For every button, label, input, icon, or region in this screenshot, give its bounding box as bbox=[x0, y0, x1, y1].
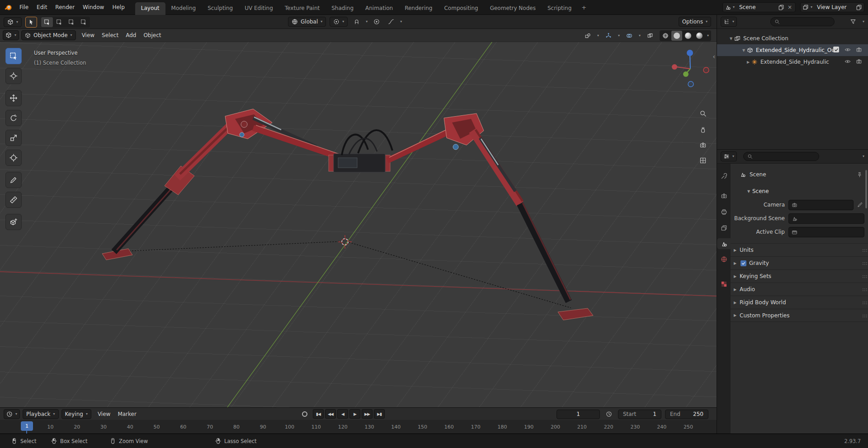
tool-measure[interactable] bbox=[5, 192, 22, 208]
current-frame-field[interactable]: 1 bbox=[557, 410, 600, 419]
panel-keying-sets[interactable]: ▶ Keying Sets bbox=[731, 269, 868, 283]
gizmo-z-axis[interactable] bbox=[687, 50, 693, 56]
tool-rotate[interactable] bbox=[5, 110, 22, 126]
active-tool-indicator[interactable] bbox=[25, 17, 37, 28]
viewport-menu-item[interactable]: Select bbox=[98, 30, 122, 40]
tab-world[interactable] bbox=[717, 254, 730, 264]
eyedropper-button[interactable] bbox=[857, 202, 863, 207]
shading-caret[interactable]: ▾ bbox=[705, 34, 711, 38]
end-frame-field[interactable]: End 250 bbox=[665, 410, 708, 419]
tool-move[interactable] bbox=[5, 90, 22, 106]
properties-scrollbar[interactable] bbox=[865, 170, 867, 208]
keying-dropdown[interactable]: Keying ▾ bbox=[61, 409, 91, 419]
gizmo-x-neg-axis[interactable] bbox=[703, 67, 709, 73]
pin-button[interactable] bbox=[857, 172, 863, 178]
drag-grip-icon[interactable] bbox=[863, 275, 863, 276]
transport-button[interactable]: ▮◀ bbox=[313, 409, 324, 419]
panel-rigid-body-world[interactable]: ▶ Rigid Body World bbox=[731, 296, 868, 309]
active-clip-field[interactable] bbox=[788, 227, 864, 237]
app-menu-item[interactable]: Window bbox=[79, 2, 108, 12]
workspace-tab[interactable]: Animation bbox=[359, 2, 399, 15]
workspace-tab[interactable]: Scripting bbox=[542, 2, 577, 15]
snap-toggle-button[interactable] bbox=[351, 17, 362, 27]
expand-icon[interactable]: ▼ bbox=[741, 48, 747, 52]
transport-button[interactable]: ◀ bbox=[337, 409, 348, 419]
visibility-caret[interactable]: ▾ bbox=[597, 34, 599, 38]
tab-output[interactable] bbox=[717, 206, 730, 217]
workspace-tab[interactable]: UV Editing bbox=[239, 2, 279, 15]
snap-options-caret[interactable]: ▾ bbox=[366, 20, 368, 24]
select-mode-subtract[interactable] bbox=[66, 17, 77, 27]
pan-gizmo-button[interactable] bbox=[699, 126, 707, 133]
hide-in-viewport-toggle[interactable] bbox=[844, 47, 851, 53]
mode-dropdown[interactable]: Object Mode ▾ bbox=[21, 30, 76, 40]
outliner-header-caret[interactable]: ▾ bbox=[863, 20, 864, 24]
scene-name-field[interactable]: Scene bbox=[736, 4, 776, 10]
app-menu-item[interactable]: File bbox=[15, 2, 33, 12]
viewport-editor-type-selector[interactable]: ▾ bbox=[3, 30, 19, 40]
playback-dropdown[interactable]: Playback ▾ bbox=[23, 409, 59, 419]
viewport-menu-item[interactable]: Add bbox=[122, 30, 140, 40]
properties-editor-type-selector[interactable]: ▾ bbox=[721, 151, 737, 161]
chevron-down-icon[interactable]: ▾ bbox=[811, 5, 812, 9]
blender-logo-icon[interactable] bbox=[4, 3, 13, 12]
workspace-tab[interactable]: Modeling bbox=[165, 2, 202, 15]
tab-render[interactable] bbox=[717, 190, 730, 201]
outliner-filter-button[interactable] bbox=[850, 19, 856, 25]
panel-audio[interactable]: ▶ Audio bbox=[731, 283, 868, 296]
drag-grip-icon[interactable] bbox=[863, 315, 863, 316]
shading-material-button[interactable] bbox=[683, 31, 693, 41]
region-collapse-arrow[interactable]: ‹ bbox=[712, 53, 715, 60]
options-dropdown[interactable]: Options ▾ bbox=[679, 17, 711, 27]
select-mode-intersect[interactable] bbox=[78, 17, 90, 27]
viewport-menu-item[interactable]: View bbox=[78, 30, 98, 40]
auto-keying-record-button[interactable] bbox=[302, 411, 307, 417]
disable-in-render-toggle[interactable] bbox=[856, 47, 862, 53]
tab-scene[interactable] bbox=[717, 238, 731, 249]
transport-button[interactable]: ▶▮ bbox=[374, 409, 385, 419]
disable-in-render-toggle[interactable] bbox=[856, 58, 862, 65]
camera-view-button[interactable] bbox=[699, 141, 707, 149]
editor-type-selector[interactable]: ▾ bbox=[4, 17, 22, 27]
new-scene-icon[interactable] bbox=[778, 4, 784, 10]
gizmo-z-neg-axis[interactable] bbox=[688, 81, 693, 87]
app-menu-item[interactable]: Render bbox=[51, 2, 79, 12]
workspace-tab[interactable]: Rendering bbox=[399, 2, 438, 15]
tab-view-layer[interactable] bbox=[717, 222, 730, 233]
proportional-falloff-button[interactable] bbox=[386, 17, 396, 27]
properties-search-input[interactable] bbox=[743, 152, 819, 161]
timeline-ruler[interactable]: 1 10203040506070809010011012013014015016… bbox=[0, 420, 717, 434]
object-type-visibility-dropdown[interactable] bbox=[582, 31, 593, 41]
panel-gravity[interactable]: ▶ Gravity bbox=[731, 256, 868, 269]
gizmo-y-axis[interactable] bbox=[683, 71, 689, 77]
transport-button[interactable]: ◀◀ bbox=[325, 409, 336, 419]
outliner-row-scene-collection[interactable]: ▼ Scene Collection bbox=[717, 33, 868, 44]
workspace-tab[interactable]: Sculpting bbox=[202, 2, 239, 15]
hydraulic-rig-object[interactable] bbox=[102, 109, 593, 320]
perspective-ortho-button[interactable] bbox=[699, 157, 707, 164]
shading-wireframe-button[interactable] bbox=[660, 31, 671, 41]
workspace-tab[interactable]: Compositing bbox=[438, 2, 484, 15]
timeline-menu-item[interactable]: Marker bbox=[114, 409, 140, 419]
expand-icon[interactable]: ▶ bbox=[745, 60, 751, 64]
workspace-tab[interactable]: Geometry Nodes bbox=[484, 2, 542, 15]
select-mode-extend[interactable] bbox=[53, 17, 65, 27]
3d-viewport-canvas[interactable]: User Perspective (1) Scene Collection ‹ bbox=[0, 42, 717, 407]
outliner-editor-type-selector[interactable]: ▾ bbox=[721, 17, 737, 27]
start-frame-field[interactable]: Start 1 bbox=[618, 410, 661, 419]
exclude-checkbox[interactable] bbox=[833, 47, 839, 52]
tab-texture[interactable] bbox=[717, 278, 730, 289]
background-scene-field[interactable] bbox=[788, 213, 864, 224]
hide-in-viewport-toggle[interactable] bbox=[844, 58, 851, 65]
workspace-tab[interactable]: Layout bbox=[135, 2, 165, 15]
pivot-point-dropdown[interactable]: ▾ bbox=[330, 17, 348, 27]
drag-grip-icon[interactable] bbox=[863, 262, 863, 263]
proportional-options-caret[interactable]: ▾ bbox=[400, 20, 402, 24]
tool-transform[interactable] bbox=[5, 150, 22, 166]
viewport-menu-item[interactable]: Object bbox=[140, 30, 165, 40]
panel-custom-properties[interactable]: ▶ Custom Properties bbox=[731, 309, 868, 322]
drag-grip-icon[interactable] bbox=[863, 249, 863, 250]
add-workspace-button[interactable]: + bbox=[577, 2, 590, 13]
tab-tool[interactable] bbox=[717, 170, 730, 181]
current-frame-marker[interactable]: 1 bbox=[21, 421, 33, 431]
